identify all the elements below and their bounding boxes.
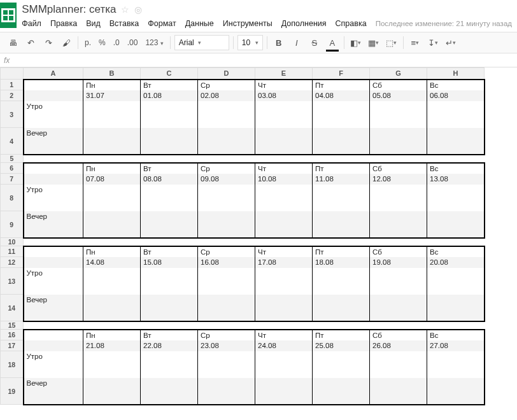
cell[interactable]: Пт xyxy=(313,246,370,257)
cell[interactable]: Вечер xyxy=(24,295,83,321)
redo-icon[interactable]: ↷ xyxy=(41,35,56,50)
cell[interactable] xyxy=(370,351,427,378)
cell[interactable]: 04.08 xyxy=(313,90,370,101)
select-all-corner[interactable] xyxy=(1,68,24,80)
cell[interactable]: Вт xyxy=(141,163,198,174)
cell[interactable]: 09.08 xyxy=(198,174,255,185)
format-currency[interactable]: р. xyxy=(82,38,94,47)
cell[interactable] xyxy=(427,128,485,155)
cell[interactable]: 13.08 xyxy=(427,174,485,185)
cell[interactable] xyxy=(198,128,255,155)
cell[interactable] xyxy=(141,351,198,378)
cell[interactable]: 11.08 xyxy=(313,174,370,185)
cell[interactable]: 06.08 xyxy=(427,90,485,101)
cell[interactable]: Ср xyxy=(198,80,255,90)
cell[interactable] xyxy=(313,351,370,378)
cell[interactable] xyxy=(370,101,427,128)
cell[interactable]: 02.08 xyxy=(198,90,255,101)
cell[interactable] xyxy=(427,351,485,378)
cell[interactable] xyxy=(24,80,83,90)
increase-decimal[interactable]: .00 xyxy=(125,38,141,47)
cell[interactable]: Сб xyxy=(370,246,427,257)
cell[interactable]: 12.08 xyxy=(370,174,427,185)
cell[interactable] xyxy=(313,185,370,211)
row-header[interactable]: 15 xyxy=(1,321,24,330)
cell[interactable]: 18.08 xyxy=(313,257,370,268)
cell[interactable]: Пн xyxy=(83,163,141,174)
cell[interactable]: 15.08 xyxy=(141,257,198,268)
cell[interactable]: 21.08 xyxy=(83,340,141,351)
cell[interactable]: 25.08 xyxy=(313,340,370,351)
cell[interactable] xyxy=(141,101,198,128)
cell[interactable]: 26.08 xyxy=(370,340,427,351)
cell[interactable] xyxy=(255,378,313,405)
row-header[interactable]: 2 xyxy=(1,90,24,101)
row-header[interactable]: 7 xyxy=(1,174,24,185)
row-header[interactable]: 13 xyxy=(1,268,24,295)
cell[interactable]: Сб xyxy=(370,80,427,90)
cell[interactable]: 10.08 xyxy=(255,174,313,185)
col-header[interactable]: G xyxy=(370,68,427,80)
menu-data[interactable]: Данные xyxy=(185,19,214,28)
menu-edit[interactable]: Правка xyxy=(50,19,77,28)
cell[interactable] xyxy=(255,211,313,238)
document-title[interactable]: SMMplanner: сетка xyxy=(20,3,116,16)
cell[interactable]: Пт xyxy=(313,80,370,90)
cell[interactable]: 31.07 xyxy=(83,90,141,101)
cell[interactable]: Пн xyxy=(83,330,141,340)
cell[interactable] xyxy=(83,351,141,378)
cell[interactable] xyxy=(24,174,83,185)
cell[interactable] xyxy=(255,351,313,378)
cell[interactable]: Утро xyxy=(24,101,83,128)
cell[interactable] xyxy=(198,101,255,128)
cell[interactable]: 01.08 xyxy=(141,90,198,101)
cell[interactable] xyxy=(24,330,83,340)
text-color-button[interactable]: A xyxy=(325,35,340,50)
cell[interactable] xyxy=(370,268,427,295)
col-header[interactable]: F xyxy=(313,68,370,80)
col-header[interactable]: E xyxy=(255,68,313,80)
cell[interactable] xyxy=(198,378,255,405)
row-header[interactable]: 5 xyxy=(1,155,24,163)
menu-tools[interactable]: Инструменты xyxy=(223,19,273,28)
cell[interactable]: 24.08 xyxy=(255,340,313,351)
font-size-select[interactable]: 10▾ xyxy=(237,35,263,50)
cell[interactable] xyxy=(83,211,141,238)
col-header[interactable]: A xyxy=(24,68,83,80)
cell[interactable] xyxy=(24,257,83,268)
row-header[interactable]: 16 xyxy=(1,330,24,340)
borders-icon[interactable]: ▦▾ xyxy=(366,35,381,50)
cell[interactable]: Вс xyxy=(427,246,485,257)
col-header[interactable]: D xyxy=(198,68,255,80)
cell[interactable] xyxy=(313,211,370,238)
row-header[interactable]: 12 xyxy=(1,257,24,268)
cell[interactable]: Вс xyxy=(427,163,485,174)
cell[interactable] xyxy=(83,295,141,321)
cell[interactable] xyxy=(83,128,141,155)
cell[interactable]: Вт xyxy=(141,246,198,257)
cell[interactable]: 08.08 xyxy=(141,174,198,185)
row-header[interactable]: 17 xyxy=(1,340,24,351)
cell[interactable] xyxy=(370,211,427,238)
formula-input[interactable] xyxy=(17,54,517,67)
cell[interactable]: Пт xyxy=(313,330,370,340)
menu-view[interactable]: Вид xyxy=(86,19,101,28)
cell[interactable] xyxy=(24,90,83,101)
cell[interactable] xyxy=(24,246,83,257)
row-header[interactable]: 6 xyxy=(1,163,24,174)
font-family-select[interactable]: Arial▾ xyxy=(174,35,229,50)
cell[interactable]: 27.08 xyxy=(427,340,485,351)
cell[interactable] xyxy=(198,351,255,378)
cell[interactable] xyxy=(198,185,255,211)
cell[interactable] xyxy=(370,128,427,155)
row-header[interactable]: 9 xyxy=(1,211,24,238)
cell[interactable] xyxy=(83,378,141,405)
cell[interactable] xyxy=(255,268,313,295)
cell[interactable] xyxy=(141,378,198,405)
row-header[interactable]: 18 xyxy=(1,351,24,378)
cell[interactable] xyxy=(313,128,370,155)
cell[interactable] xyxy=(313,378,370,405)
bold-button[interactable]: B xyxy=(271,35,287,50)
format-percent[interactable]: % xyxy=(96,38,108,47)
cell[interactable]: 19.08 xyxy=(370,257,427,268)
